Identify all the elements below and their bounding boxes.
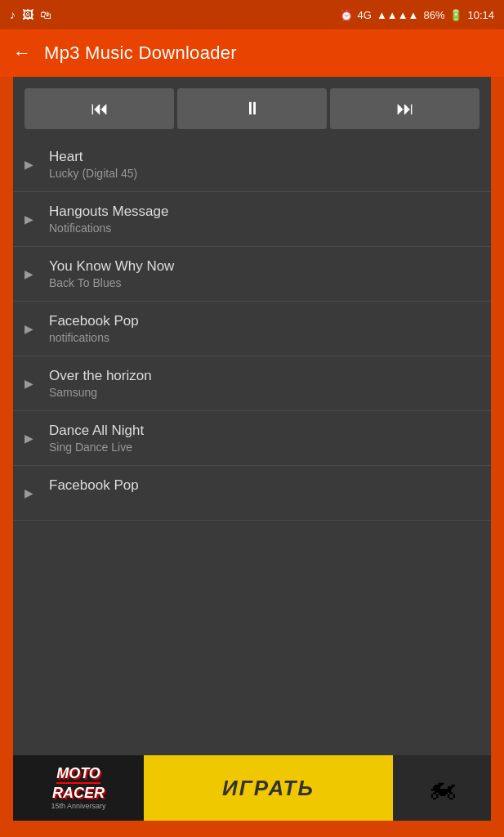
music-notification-icon: ♪ xyxy=(10,8,16,21)
list-item[interactable]: ▶ You Know Why Now Back To Blues xyxy=(13,247,491,302)
song-list: ▶ Heart Lucky (Digital 45) ▶ Hangouts Me… xyxy=(13,137,491,755)
app-title: Mp3 Music Downloader xyxy=(44,43,237,64)
song-info: Dance All Night Sing Dance Live xyxy=(49,423,144,454)
song-title: Heart xyxy=(49,149,137,165)
play-icon: ▶ xyxy=(25,377,36,390)
status-bar: ♪ 🖼 🛍 ⏰ 4G ▲▲▲▲ 86% 🔋 10:14 xyxy=(0,0,504,29)
song-artist: Notifications xyxy=(49,222,168,235)
motorcycle-icon: 🏍 xyxy=(427,771,457,805)
play-icon: ▶ xyxy=(25,158,36,171)
bag-notification-icon: 🛍 xyxy=(40,8,51,21)
app-header: ← Mp3 Music Downloader xyxy=(0,29,504,77)
song-title: Over the horizon xyxy=(49,368,152,384)
network-label: 4G xyxy=(358,9,372,21)
play-button-label: ИГРАТЬ xyxy=(222,776,314,801)
list-item[interactable]: ▶ Dance All Night Sing Dance Live xyxy=(13,411,491,466)
status-bar-right: ⏰ 4G ▲▲▲▲ 86% 🔋 10:14 xyxy=(340,9,494,21)
ad-play-button[interactable]: ИГРАТЬ xyxy=(144,755,393,821)
list-item[interactable]: ▶ Heart Lucky (Digital 45) xyxy=(13,137,491,192)
signal-icon: ▲▲▲▲ xyxy=(377,9,418,21)
battery-icon: 🔋 xyxy=(449,9,462,21)
moto-racer-logo: MOTO RACER 15th Anniversary xyxy=(51,766,105,810)
song-title: Facebook Pop xyxy=(49,477,139,494)
ad-right: 🏍 xyxy=(393,755,491,821)
prev-icon: ⏮ xyxy=(91,98,109,119)
song-artist: Sing Dance Live xyxy=(49,441,144,454)
play-icon: ▶ xyxy=(25,432,36,445)
song-artist: Lucky (Digital 45) xyxy=(49,167,137,180)
ad-banner[interactable]: MOTO RACER 15th Anniversary ИГРАТЬ 🏍 xyxy=(13,755,491,821)
play-icon: ▶ xyxy=(25,267,36,280)
list-item[interactable]: ▶ Facebook Pop Notifi... xyxy=(13,466,491,521)
song-info: Facebook Pop Notifi... xyxy=(49,477,139,508)
pause-icon: ⏸ xyxy=(243,98,261,119)
list-item[interactable]: ▶ Facebook Pop notifications xyxy=(13,302,491,356)
song-title: Hangouts Message xyxy=(49,204,168,220)
song-title: You Know Why Now xyxy=(49,258,174,275)
song-info: Hangouts Message Notifications xyxy=(49,204,168,235)
moto-text: MOTO xyxy=(56,766,100,781)
battery-label: 86% xyxy=(423,9,444,21)
main-content: ⏮ ⏸ ⏭ ▶ Heart Lucky (Digital 45) ▶ Hango… xyxy=(13,77,491,755)
song-title: Facebook Pop xyxy=(49,313,139,329)
song-artist: Samsung xyxy=(49,386,152,399)
bottom-area xyxy=(0,821,504,837)
ad-left: MOTO RACER 15th Anniversary xyxy=(13,755,144,821)
clock: 10:14 xyxy=(467,9,494,21)
song-artist: Back To Blues xyxy=(49,276,174,289)
play-icon: ▶ xyxy=(25,213,36,226)
song-artist: Notifi... xyxy=(49,495,139,508)
song-info: Heart Lucky (Digital 45) xyxy=(49,149,137,180)
song-artist: notifications xyxy=(49,331,139,344)
play-icon: ▶ xyxy=(25,322,36,335)
image-notification-icon: 🖼 xyxy=(22,8,33,21)
song-info: Over the horizon Samsung xyxy=(49,368,152,399)
next-button[interactable]: ⏭ xyxy=(330,88,479,129)
song-info: You Know Why Now Back To Blues xyxy=(49,258,174,289)
list-item[interactable]: ▶ Over the horizon Samsung xyxy=(13,356,491,411)
back-button[interactable]: ← xyxy=(13,43,31,64)
alarm-icon: ⏰ xyxy=(340,9,353,21)
player-controls: ⏮ ⏸ ⏭ xyxy=(13,77,491,137)
play-icon: ▶ xyxy=(25,486,36,499)
racer-text: RACER xyxy=(52,786,105,800)
song-title: Dance All Night xyxy=(49,423,144,439)
next-icon: ⏭ xyxy=(396,98,414,119)
list-item[interactable]: ▶ Hangouts Message Notifications xyxy=(13,192,491,247)
anniversary-text: 15th Anniversary xyxy=(51,802,105,810)
pause-button[interactable]: ⏸ xyxy=(177,88,327,129)
prev-button[interactable]: ⏮ xyxy=(25,88,174,129)
status-bar-left: ♪ 🖼 🛍 xyxy=(10,8,51,21)
moto-dash xyxy=(56,782,100,784)
song-info: Facebook Pop notifications xyxy=(49,313,139,344)
